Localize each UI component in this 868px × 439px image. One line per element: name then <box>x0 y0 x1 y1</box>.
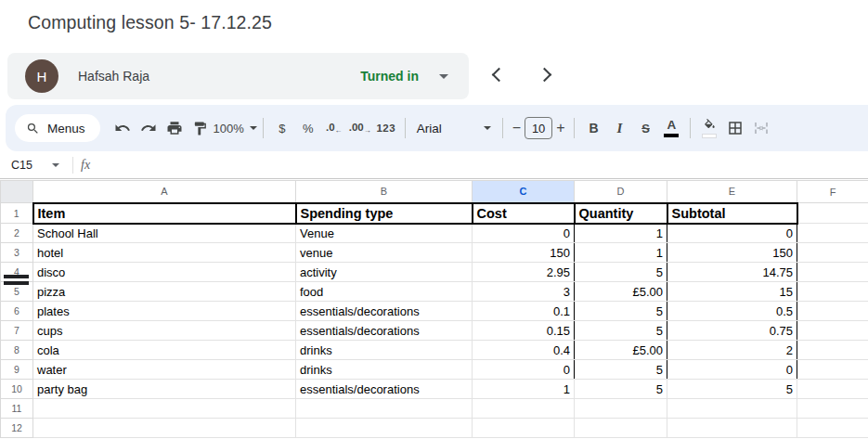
italic-button[interactable]: I <box>606 115 632 141</box>
student-submission-bar[interactable]: H Hafsah Raja Turned in <box>7 53 469 99</box>
cell-A1[interactable]: Item <box>33 203 296 224</box>
cell-F10[interactable] <box>797 380 868 399</box>
cell-E9[interactable]: 0 <box>667 360 797 380</box>
previous-student-button[interactable] <box>487 65 508 85</box>
increase-decimal-button[interactable]: .00→ <box>347 115 373 141</box>
row-header-9[interactable]: 9 <box>1 360 33 380</box>
frozen-rows-handle[interactable] <box>4 275 29 278</box>
cell-E2[interactable]: 0 <box>667 224 797 243</box>
font-size-input[interactable]: 10 <box>525 117 552 139</box>
row-header-7[interactable]: 7 <box>1 321 33 341</box>
cell-A3[interactable]: hotel <box>33 243 296 263</box>
cell-E3[interactable]: 150 <box>667 243 797 263</box>
cell-C12[interactable] <box>473 419 575 438</box>
cell-E11[interactable] <box>667 399 797 419</box>
row-header-3[interactable]: 3 <box>1 243 33 263</box>
row-header-1[interactable]: 1 <box>1 203 33 224</box>
cell-E8[interactable]: 2 <box>667 341 797 360</box>
decrease-font-size-button[interactable]: − <box>509 120 525 136</box>
zoom-selector[interactable]: 100% <box>214 122 257 136</box>
cell-reference-box[interactable]: C15 <box>0 159 67 172</box>
cell-B9[interactable]: drinks <box>296 360 473 380</box>
cell-C1[interactable]: Cost <box>473 203 575 224</box>
formula-input[interactable] <box>103 151 868 178</box>
cell-F7[interactable] <box>797 321 868 341</box>
row-header-8[interactable]: 8 <box>1 341 33 360</box>
cell-A2[interactable]: School Hall <box>33 224 296 243</box>
cell-D5[interactable]: £5.00 <box>575 282 667 302</box>
cell-A6[interactable]: plates <box>33 302 296 321</box>
cell-F11[interactable] <box>797 399 868 419</box>
cell-F5[interactable] <box>797 282 868 302</box>
cell-D8[interactable]: £5.00 <box>575 341 667 360</box>
bold-button[interactable]: B <box>580 115 606 141</box>
cell-F1[interactable] <box>797 203 868 224</box>
cell-A12[interactable] <box>33 419 296 438</box>
paint-format-button[interactable] <box>188 115 214 141</box>
cell-B8[interactable]: drinks <box>296 341 473 360</box>
row-header-12[interactable]: 12 <box>1 419 33 438</box>
cell-B5[interactable]: food <box>296 282 473 302</box>
text-color-button[interactable]: A <box>658 115 684 141</box>
cell-A10[interactable]: party bag <box>33 380 296 399</box>
select-all-corner[interactable] <box>1 181 33 203</box>
format-currency-button[interactable]: $ <box>269 115 295 141</box>
cell-A9[interactable]: water <box>33 360 296 380</box>
cell-D4[interactable]: 5 <box>575 263 667 282</box>
cell-A5[interactable]: pizza <box>33 282 296 302</box>
cell-F3[interactable] <box>797 243 868 263</box>
cell-D10[interactable]: 5 <box>575 380 667 399</box>
cell-B10[interactable]: essentials/decorations <box>296 380 473 399</box>
cell-C2[interactable]: 0 <box>473 224 575 243</box>
cell-C11[interactable] <box>473 399 575 419</box>
column-header-C[interactable]: C <box>473 181 575 203</box>
cell-E4[interactable]: 14.75 <box>667 263 797 282</box>
cell-D9[interactable]: 5 <box>575 360 667 380</box>
cell-E10[interactable]: 5 <box>667 380 797 399</box>
cell-F8[interactable] <box>797 341 868 360</box>
cell-B11[interactable] <box>296 399 473 419</box>
cell-D1[interactable]: Quantity <box>575 203 667 224</box>
cell-B2[interactable]: Venue <box>296 224 473 243</box>
cell-E7[interactable]: 0.75 <box>667 321 797 341</box>
cell-D6[interactable]: 5 <box>575 302 667 321</box>
cell-C4[interactable]: 2.95 <box>473 263 575 282</box>
cell-C7[interactable]: 0.15 <box>473 321 575 341</box>
column-header-A[interactable]: A <box>33 181 296 203</box>
cell-D3[interactable]: 1 <box>575 243 667 263</box>
cell-D2[interactable]: 1 <box>575 224 667 243</box>
cell-F4[interactable] <box>797 263 868 282</box>
column-header-D[interactable]: D <box>575 181 667 203</box>
borders-button[interactable] <box>722 115 748 141</box>
cell-D11[interactable] <box>575 399 667 419</box>
cell-E5[interactable]: 15 <box>667 282 797 302</box>
print-button[interactable] <box>162 115 188 141</box>
cell-C5[interactable]: 3 <box>473 282 575 302</box>
cell-A11[interactable] <box>33 399 296 419</box>
cell-A8[interactable]: cola <box>33 341 296 360</box>
column-header-B[interactable]: B <box>296 181 473 203</box>
cell-C10[interactable]: 1 <box>473 380 575 399</box>
column-header-E[interactable]: E <box>667 181 797 203</box>
cell-B6[interactable]: essentials/decorations <box>296 302 473 321</box>
row-header-10[interactable]: 10 <box>1 380 33 399</box>
cell-C3[interactable]: 150 <box>473 243 575 263</box>
cell-F12[interactable] <box>797 419 868 438</box>
menus-search-button[interactable]: Menus <box>15 114 100 142</box>
cell-B12[interactable] <box>296 419 473 438</box>
cell-B4[interactable]: activity <box>296 263 473 282</box>
cell-D7[interactable]: 5 <box>575 321 667 341</box>
undo-button[interactable] <box>110 115 136 141</box>
decrease-decimal-button[interactable]: .0← <box>321 115 347 141</box>
cell-E1[interactable]: Subtotal <box>667 203 797 224</box>
cell-A4[interactable]: disco <box>33 263 296 282</box>
column-header-F[interactable]: F <box>797 181 868 203</box>
submission-status-dropdown[interactable]: Turned in <box>360 69 448 84</box>
increase-font-size-button[interactable]: + <box>552 120 568 136</box>
frozen-rows-handle[interactable] <box>4 281 29 285</box>
row-header-11[interactable]: 11 <box>1 399 33 419</box>
cell-A7[interactable]: cups <box>33 321 296 341</box>
cell-F2[interactable] <box>797 224 868 243</box>
font-family-selector[interactable]: Arial <box>411 122 497 136</box>
cell-D12[interactable] <box>575 419 667 438</box>
